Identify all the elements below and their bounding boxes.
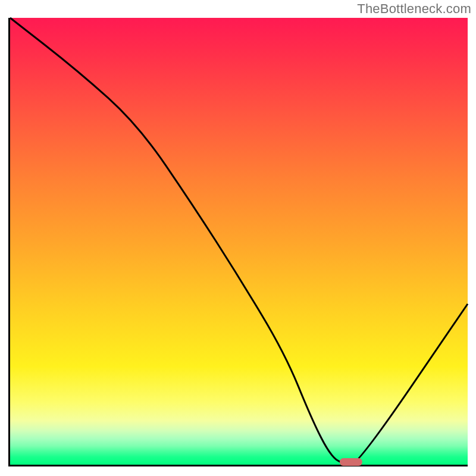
optimal-marker bbox=[340, 458, 362, 466]
plot-area bbox=[8, 18, 468, 466]
curve-path bbox=[10, 18, 468, 465]
watermark-text: TheBottleneck.com bbox=[357, 1, 471, 17]
bottleneck-curve bbox=[10, 18, 468, 465]
chart-container: TheBottleneck.com bbox=[0, 0, 476, 476]
